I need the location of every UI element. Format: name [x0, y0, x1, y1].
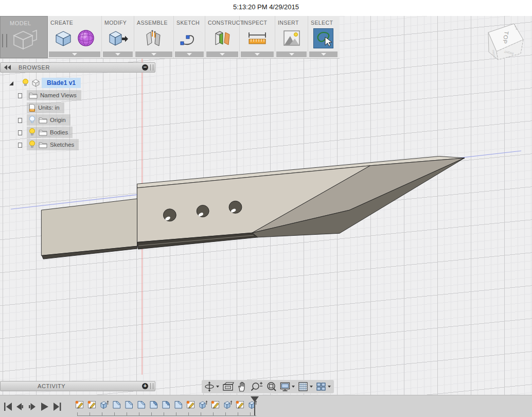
timeline-feature-sketch[interactable] [210, 399, 221, 410]
timeline-feature-extrude[interactable] [222, 399, 233, 410]
timeline-ruler[interactable] [77, 412, 256, 416]
expander-collapsed-icon[interactable] [19, 140, 24, 149]
step-back-button[interactable] [16, 403, 23, 410]
bulb-on-icon[interactable] [28, 140, 36, 149]
panel-drag-handle[interactable] [150, 64, 153, 71]
expander-collapsed-icon[interactable] [19, 115, 24, 125]
timeline-feature-sketch[interactable] [235, 399, 245, 410]
bulb-on-icon[interactable] [22, 78, 29, 88]
view-cube[interactable]: TOP FRONT RIGHT [476, 20, 527, 67]
group-label-construct: CONSTRUCT [208, 20, 244, 26]
blade-model[interactable] [41, 157, 464, 259]
expand-circle-icon[interactable]: + [142, 383, 148, 389]
model-workspace-tab[interactable]: MODEL [0, 16, 48, 58]
timeline-feature-extrude[interactable] [198, 399, 208, 410]
create-form-sphere-icon[interactable] [76, 28, 96, 48]
workspace-label: MODEL [10, 20, 31, 26]
timeline-feature-sketch[interactable] [185, 399, 196, 410]
expander-collapsed-icon[interactable] [19, 128, 24, 137]
group-label-insert: INSERT [278, 20, 299, 26]
timeline-features [74, 399, 258, 410]
timeline-feature-fillet[interactable] [161, 399, 171, 410]
tree-item-sketches[interactable]: Sketches [19, 139, 79, 150]
group-label-select: SELECT [311, 20, 333, 26]
grid-settings-icon [297, 381, 309, 392]
chevron-down-icon [187, 53, 192, 56]
tree-item-units[interactable]: Units: in [19, 102, 64, 113]
blade-tang-face[interactable] [41, 199, 137, 255]
bulb-off-icon[interactable] [28, 115, 36, 125]
bulb-on-icon[interactable] [28, 128, 36, 137]
browser-title: BROWSER [19, 64, 50, 71]
scene-3d [0, 16, 532, 395]
assemble-dropdown[interactable] [135, 51, 172, 57]
expander-collapsed-icon[interactable] [19, 91, 24, 100]
grid-settings-button[interactable] [297, 381, 313, 392]
timeline-feature-chamfer[interactable] [123, 399, 134, 410]
toolbar-grip-handle[interactable] [2, 34, 7, 47]
timeline-feature-chamfer[interactable] [136, 399, 147, 410]
clock-timestamp: 5:13:20 PM 4/29/2015 [0, 0, 532, 14]
timeline-feature-sketch[interactable] [86, 399, 97, 410]
chevron-down-icon [220, 53, 225, 56]
tree-item-label[interactable]: Units: in [38, 105, 60, 111]
sketch-dropdown[interactable] [175, 51, 204, 57]
play-button[interactable] [41, 403, 48, 411]
chevron-down-icon [292, 386, 295, 388]
insert-image-icon[interactable] [282, 28, 302, 48]
minimize-circle-icon[interactable]: − [142, 64, 148, 71]
folder-icon [38, 116, 48, 124]
modify-dropdown[interactable] [103, 51, 133, 57]
timeline-feature-sketch[interactable] [74, 399, 85, 410]
fit-button[interactable] [265, 381, 277, 392]
toolbar-group-insert: INSERT [275, 16, 308, 58]
step-forward-button[interactable] [29, 403, 36, 410]
spline-icon[interactable] [179, 28, 200, 48]
joint-icon[interactable] [144, 28, 164, 48]
navbar-view-tools [202, 380, 279, 393]
collapse-panel-icon[interactable] [4, 65, 11, 70]
toolbar-group-construct: CONSTRUCT [205, 16, 240, 58]
tree-item-label[interactable]: Origin [50, 117, 66, 123]
tree-item-label[interactable]: Sketches [50, 142, 74, 148]
panel-drag-handle[interactable] [150, 383, 153, 389]
measure-icon[interactable] [246, 28, 268, 48]
zoom-button[interactable] [251, 381, 263, 392]
activity-panel-header[interactable]: ACTIVITY + [0, 381, 155, 391]
timeline-bar [0, 395, 532, 417]
press-pull-icon[interactable] [108, 28, 128, 48]
select-dropdown[interactable] [309, 51, 338, 57]
create-box-icon[interactable] [54, 28, 73, 48]
expander-expanded-icon[interactable] [9, 78, 14, 88]
construction-plane-icon[interactable] [212, 28, 233, 48]
display-settings-button[interactable] [279, 381, 295, 392]
blade-hole-3[interactable] [229, 201, 242, 213]
go-to-start-button[interactable] [4, 403, 12, 411]
orbit-button[interactable] [204, 381, 219, 392]
lasso-select-icon[interactable] [313, 28, 333, 48]
pan-button[interactable] [237, 381, 248, 392]
tree-item-label[interactable]: Named Views [40, 92, 77, 98]
blade-hole-1[interactable] [163, 209, 176, 221]
timeline-feature-chamfer[interactable] [173, 399, 184, 410]
construct-dropdown[interactable] [206, 51, 238, 57]
create-dropdown[interactable] [49, 51, 100, 57]
tree-item-bodies[interactable]: Bodies [19, 127, 73, 138]
activity-title: ACTIVITY [38, 383, 65, 389]
go-to-end-button[interactable] [54, 403, 61, 411]
tree-item-origin[interactable]: Origin [19, 114, 70, 126]
tree-item-root[interactable]: Blade1 v1 [9, 77, 81, 89]
insert-dropdown[interactable] [276, 51, 307, 57]
tree-item-label[interactable]: Bodies [50, 129, 68, 135]
timeline-feature-chamfer[interactable] [111, 399, 122, 410]
inspect-dropdown[interactable] [241, 51, 274, 57]
viewports-button[interactable] [315, 381, 331, 392]
tree-item-named-views[interactable]: Named Views [19, 90, 81, 101]
timeline-feature-fillet[interactable] [148, 399, 159, 410]
timeline-feature-extrude[interactable] [99, 399, 110, 410]
browser-panel-header[interactable]: BROWSER − [0, 62, 155, 73]
viewport-canvas[interactable] [0, 16, 532, 395]
look-at-button[interactable] [222, 381, 234, 392]
toolbar-group-create: CREATE [48, 16, 102, 58]
tree-item-label-selected[interactable]: Blade1 v1 [42, 78, 81, 88]
